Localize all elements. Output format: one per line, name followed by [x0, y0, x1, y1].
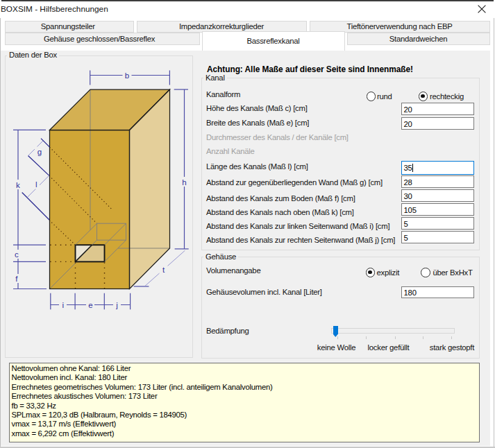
svg-text:h: h [182, 178, 186, 187]
svg-text:j: j [115, 301, 117, 309]
svg-text:l: l [35, 180, 37, 189]
svg-text:c: c [15, 250, 19, 259]
svg-text:g: g [37, 148, 42, 156]
svg-text:b: b [125, 71, 129, 80]
svg-text:e: e [88, 301, 92, 309]
svg-text:k: k [16, 181, 20, 189]
svg-text:i: i [62, 301, 64, 309]
